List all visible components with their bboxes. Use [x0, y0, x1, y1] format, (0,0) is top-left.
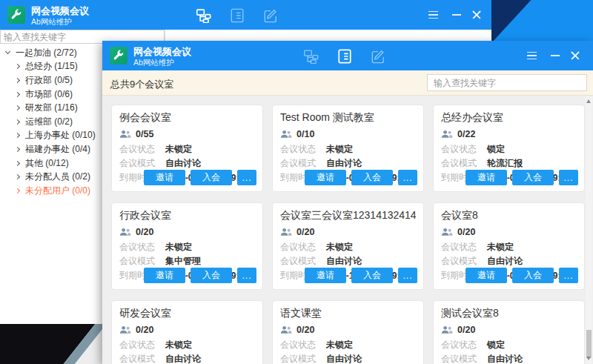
chevron-icon: [15, 188, 20, 193]
compose-icon[interactable]: [262, 7, 279, 24]
scrollbar-thumb[interactable]: [586, 330, 592, 358]
room-card: 行政会议室 0/20 会议状态 未锁定: [111, 202, 263, 290]
status-label: 会议状态: [280, 241, 326, 254]
invite-button[interactable]: 邀请: [305, 268, 346, 283]
tree-item-label: 其他 (0/12): [25, 157, 69, 170]
room-card: 语文课堂 0/20 会议状态 未锁定: [272, 300, 424, 364]
tree-item[interactable]: 未分配用户 (0/0): [0, 184, 102, 198]
scroll-up-icon[interactable]: [586, 99, 591, 103]
tree-item[interactable]: 上海办事处 (0/10): [0, 129, 102, 143]
more-button[interactable]: ...: [398, 170, 417, 185]
invite-button[interactable]: 邀请: [144, 268, 185, 283]
mode-label: 会议模式: [441, 157, 487, 170]
join-button[interactable]: 入会: [512, 268, 554, 283]
app-subtitle: Ab网站维护: [31, 17, 72, 27]
more-button[interactable]: ...: [559, 268, 578, 283]
status-value: 未锁定: [326, 339, 353, 351]
more-button[interactable]: ...: [559, 170, 578, 185]
room-card: 会议室三会议室123141324141三会... 0/20 会议状态 未锁定: [272, 202, 424, 290]
tree-item[interactable]: 一起加油 (2/72): [0, 46, 102, 60]
menu-icon[interactable]: [425, 7, 441, 23]
tree-item[interactable]: 运维部 (0/2): [0, 115, 102, 129]
mode-value: 自由讨论: [326, 353, 362, 364]
room-name: 会议室三会议室123141324141三会...: [280, 209, 416, 223]
invite-button[interactable]: 邀请: [466, 268, 507, 283]
app-title: 网会视频会议: [31, 4, 89, 18]
chevron-icon: [15, 105, 20, 110]
tree-item[interactable]: 未分配人员 (0/2): [0, 170, 102, 184]
scroll-down-icon[interactable]: [586, 357, 591, 360]
people-icon: [280, 130, 292, 139]
tree-item[interactable]: 市场部 (0/6): [0, 87, 102, 102]
mode-value: 自由讨论: [165, 157, 201, 170]
mode-label: 会议模式: [441, 255, 487, 268]
room-card: 测试会议室8 0/20 会议状态 锁定: [433, 300, 585, 364]
org-tree: 一起加油 (2/72) 总经办 (1/15) 行政部 (0/5) 市场部 (0/…: [0, 46, 102, 198]
status-value: 未锁定: [165, 241, 192, 254]
join-button[interactable]: 入会: [512, 170, 554, 185]
invite-button[interactable]: 邀请: [305, 170, 346, 185]
mode-value: 集中管理: [165, 255, 201, 268]
room-name: 例会会议室: [119, 111, 255, 125]
chevron-icon: [15, 64, 20, 69]
room-occupancy: 0/20: [136, 227, 153, 237]
status-label: 会议状态: [119, 143, 165, 156]
tree-item[interactable]: 其他 (0/12): [0, 156, 102, 171]
app-title: 网会视频会议: [133, 45, 191, 59]
status-label: 会议状态: [119, 339, 165, 351]
app-logo: [110, 47, 127, 64]
compose-icon[interactable]: [369, 47, 386, 64]
app-logo: [7, 6, 25, 24]
join-button[interactable]: 入会: [351, 170, 393, 185]
tree-item-label: 市场部 (0/6): [25, 88, 73, 101]
join-button[interactable]: 入会: [191, 268, 232, 283]
people-icon: [441, 228, 453, 236]
more-button[interactable]: ...: [398, 268, 417, 283]
tree-item[interactable]: 行政部 (0/5): [0, 73, 102, 87]
mode-label: 会议模式: [280, 353, 326, 364]
tree-item[interactable]: 福建办事处 (0/4): [0, 142, 102, 156]
close-icon[interactable]: [472, 10, 481, 19]
join-button[interactable]: 入会: [191, 170, 232, 185]
invite-button[interactable]: 邀请: [144, 170, 185, 185]
vertical-scrollbar[interactable]: [586, 96, 592, 363]
more-button[interactable]: ...: [237, 268, 256, 283]
meeting-list-icon[interactable]: [336, 47, 353, 64]
close-icon[interactable]: [571, 51, 580, 60]
minimize-icon[interactable]: [547, 47, 563, 64]
room-occupancy: 0/10: [296, 129, 314, 139]
mode-value: 自由讨论: [326, 255, 362, 268]
people-icon: [441, 130, 453, 139]
room-card: 总经办会议室 0/22 会议状态 锁定: [433, 105, 585, 192]
org-tree-icon[interactable]: [302, 47, 319, 64]
status-label: 会议状态: [441, 241, 487, 254]
invite-button[interactable]: 邀请: [466, 170, 507, 185]
desktop-wallpaper-bottom-left: [0, 324, 102, 364]
people-icon: [441, 325, 453, 334]
chevron-icon: [15, 92, 20, 97]
status-value: 锁定: [487, 339, 505, 351]
tree-item[interactable]: 总经办 (1/15): [0, 60, 102, 74]
room-search-input[interactable]: [427, 74, 587, 91]
status-value: 未锁定: [165, 143, 192, 156]
people-icon: [119, 325, 131, 334]
desktop-wallpaper-top-right: [491, 0, 593, 41]
more-button[interactable]: ...: [237, 170, 256, 185]
meeting-list-icon[interactable]: [228, 7, 245, 24]
status-value: 未锁定: [487, 241, 514, 254]
join-button[interactable]: 入会: [351, 268, 393, 283]
people-icon: [280, 228, 292, 236]
mode-value: 轮流汇报: [487, 157, 523, 170]
mode-label: 会议模式: [280, 157, 326, 170]
menu-icon[interactable]: [523, 47, 540, 64]
front-window-controls: [523, 41, 580, 70]
mode-label: 会议模式: [119, 157, 165, 170]
status-label: 会议状态: [441, 143, 487, 156]
tree-item[interactable]: 研发部 (1/16): [0, 101, 102, 115]
tree-item-label: 总经办 (1/15): [25, 60, 78, 73]
minimize-icon[interactable]: [448, 7, 465, 23]
status-value: 未锁定: [165, 339, 192, 351]
people-icon: [119, 130, 131, 139]
org-tree-icon[interactable]: [195, 7, 212, 24]
screen: 网会视频会议 Ab网站维护: [0, 0, 593, 364]
